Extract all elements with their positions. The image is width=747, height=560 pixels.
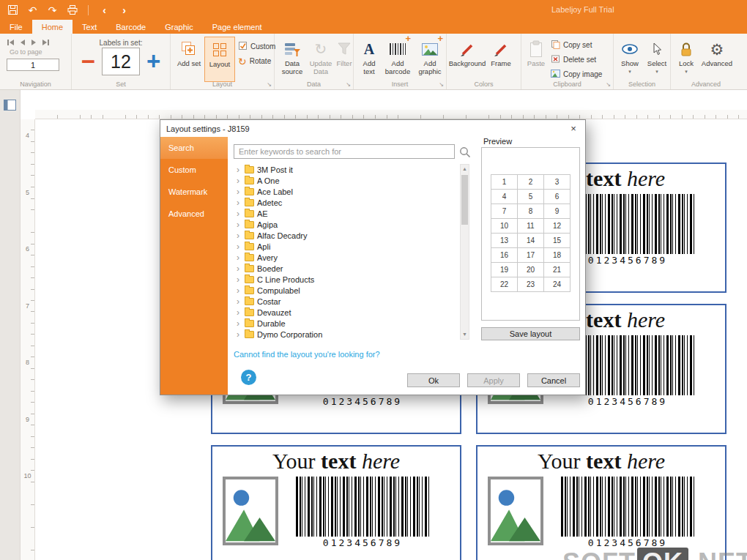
chevron-right-icon[interactable]: › <box>237 330 242 339</box>
page-number-input[interactable] <box>7 59 59 71</box>
chevron-right-icon[interactable]: › <box>237 308 242 317</box>
chevron-right-icon[interactable]: › <box>237 286 242 295</box>
manufacturer-item[interactable]: ›Compulabel <box>234 285 460 296</box>
cancel-button[interactable]: Cancel <box>527 373 580 387</box>
help-button[interactable]: ? <box>241 370 256 385</box>
image-placeholder[interactable] <box>223 477 278 545</box>
manufacturer-item[interactable]: ›3M Post it <box>234 164 460 175</box>
copy-set-button[interactable]: Copy set <box>551 39 602 51</box>
manufacturer-item[interactable]: ›Ace Label <box>234 186 460 197</box>
tab-page-element[interactable]: Page element <box>203 20 272 34</box>
manufacturer-item[interactable]: ›Apli <box>234 241 460 252</box>
paste-button[interactable]: Paste <box>524 37 548 82</box>
tab-home[interactable]: Home <box>32 20 73 34</box>
undo-button[interactable]: ↶ <box>26 4 39 16</box>
chevron-right-icon[interactable]: › <box>237 165 242 174</box>
last-page-button[interactable] <box>42 40 49 45</box>
manufacturer-item[interactable]: ›Avery <box>234 252 460 263</box>
chevron-right-icon[interactable]: › <box>237 209 242 218</box>
apply-button[interactable]: Apply <box>467 373 520 387</box>
dialog-titlebar[interactable]: Layout settings - J8159 × <box>160 120 585 137</box>
select-dropdown-caret[interactable]: ▾ <box>655 69 658 74</box>
barcode-block[interactable]: 0123456789 <box>561 477 694 548</box>
show-dropdown-caret[interactable]: ▾ <box>628 69 631 74</box>
lock-dropdown-caret[interactable]: ▾ <box>685 69 688 74</box>
decrease-labels-button[interactable]: − <box>81 51 95 72</box>
search-input[interactable] <box>234 144 455 159</box>
labels-in-set-value[interactable]: 12 <box>102 48 140 75</box>
delete-set-button[interactable]: Delete set <box>551 53 602 66</box>
manufacturer-item[interactable]: ›Durable <box>234 318 460 329</box>
scroll-up-icon[interactable]: ▲ <box>461 165 469 173</box>
chevron-right-icon[interactable]: › <box>237 231 242 240</box>
chevron-right-icon[interactable]: › <box>237 275 242 284</box>
chevron-right-icon[interactable]: › <box>237 176 242 185</box>
prev-page-button[interactable] <box>21 40 25 45</box>
select-button[interactable]: Select ▾ <box>643 37 671 82</box>
first-page-button[interactable] <box>7 40 14 45</box>
manufacturer-item[interactable]: ›Agipa <box>234 219 460 230</box>
tab-barcode[interactable]: Barcode <box>106 20 155 34</box>
panel-toggle-icon[interactable] <box>4 100 16 113</box>
chevron-right-icon[interactable]: › <box>237 187 242 196</box>
label-cell[interactable]: Your text here0123456789 <box>476 445 726 560</box>
data-source-button[interactable]: Data source <box>278 37 307 82</box>
custom-button[interactable]: Custom <box>238 40 275 53</box>
chevron-right-icon[interactable]: › <box>237 319 242 328</box>
cannot-find-link[interactable]: Cannot find the layout you're looking fo… <box>234 350 380 359</box>
tab-graphic[interactable]: Graphic <box>155 20 203 34</box>
rotate-button[interactable]: ↻ Rotate <box>238 55 275 67</box>
add-graphic-button[interactable]: + Add graphic <box>414 37 446 82</box>
copy-image-button[interactable]: Copy image <box>551 68 602 81</box>
lock-button[interactable]: Lock ▾ <box>674 37 699 82</box>
chevron-right-icon[interactable]: › <box>237 198 242 207</box>
background-color-button[interactable]: Background <box>450 37 485 82</box>
filter-button[interactable]: Filter <box>335 37 354 82</box>
barcode-block[interactable]: 0123456789 <box>296 477 429 548</box>
manufacturer-item[interactable]: ›Dymo Corporation <box>234 329 460 340</box>
chevron-right-icon[interactable]: › <box>237 297 242 306</box>
dialog-nav-custom[interactable]: Custom <box>160 159 228 181</box>
manufacturer-item[interactable]: ›Adetec <box>234 197 460 208</box>
show-button[interactable]: Show ▾ <box>617 37 643 82</box>
manufacturer-item[interactable]: ›Devauzet <box>234 307 460 318</box>
add-text-button[interactable]: A Add text <box>357 37 382 82</box>
update-data-button[interactable]: ↻ Update Data <box>307 37 335 82</box>
forward-button[interactable]: › <box>118 4 130 16</box>
scroll-down-icon[interactable]: ▼ <box>461 331 469 338</box>
next-page-button[interactable] <box>31 40 36 45</box>
back-button[interactable]: ‹ <box>98 4 111 16</box>
frame-color-button[interactable]: Frame <box>485 37 517 82</box>
chevron-right-icon[interactable]: › <box>237 242 242 251</box>
add-barcode-button[interactable]: + Add barcode <box>382 37 414 82</box>
increase-labels-button[interactable]: + <box>146 51 160 72</box>
save-button[interactable] <box>7 4 19 16</box>
add-set-button[interactable]: Add set <box>174 37 204 82</box>
dialog-nav-search[interactable]: Search <box>160 137 228 159</box>
advanced-button[interactable]: ⚙ Advanced <box>699 37 735 82</box>
manufacturer-item[interactable]: ›Alfac Decadry <box>234 230 460 241</box>
print-button[interactable] <box>66 4 78 16</box>
chevron-right-icon[interactable]: › <box>237 264 242 273</box>
redo-button[interactable]: ↷ <box>46 4 59 16</box>
dialog-nav-advanced[interactable]: Advanced <box>160 203 228 225</box>
chevron-right-icon[interactable]: › <box>237 253 242 262</box>
layout-button[interactable]: Layout <box>204 37 235 82</box>
save-layout-button[interactable]: Save layout <box>481 327 580 340</box>
dialog-nav-watermark[interactable]: Watermark <box>160 181 228 203</box>
image-placeholder[interactable] <box>488 477 543 545</box>
tab-file[interactable]: File <box>0 20 32 34</box>
list-scrollbar[interactable]: ▲ ▼ <box>460 164 469 340</box>
manufacturer-item[interactable]: ›C Line Products <box>234 274 460 285</box>
scrollbar-thumb[interactable] <box>461 175 468 225</box>
close-button[interactable]: × <box>562 120 585 137</box>
label-cell[interactable]: Your text here0123456789 <box>211 445 461 560</box>
manufacturer-item[interactable]: ›Boeder <box>234 263 460 274</box>
tab-text[interactable]: Text <box>73 20 106 34</box>
manufacturer-item[interactable]: ›A One <box>234 175 460 186</box>
manufacturer-item[interactable]: ›AE <box>234 208 460 219</box>
search-icon[interactable] <box>459 146 471 161</box>
chevron-right-icon[interactable]: › <box>237 220 242 229</box>
manufacturer-item[interactable]: ›Costar <box>234 296 460 307</box>
ok-button[interactable]: Ok <box>407 373 460 387</box>
